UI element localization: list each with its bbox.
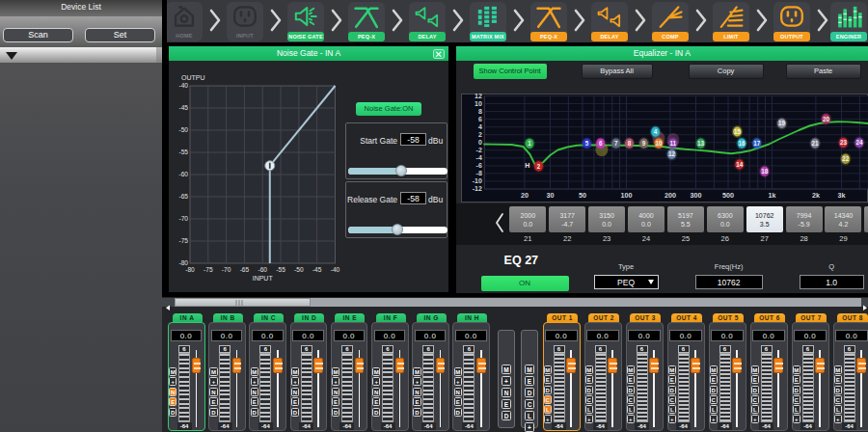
svg-text:100: 100 [620,191,632,200]
svg-text:13: 13 [697,140,704,147]
svg-text:-2: -2 [475,147,481,153]
svg-text:-4: -4 [475,154,481,161]
svg-text:19: 19 [778,120,785,126]
svg-text:-80: -80 [185,266,195,273]
svg-text:2: 2 [536,163,540,170]
svg-text:-40: -40 [178,82,188,89]
svg-text:H: H [525,162,529,169]
svg-text:-40: -40 [331,266,340,273]
svg-text:INPUT: INPUT [253,275,274,282]
svg-text:18: 18 [761,168,768,175]
svg-text:-65: -65 [178,193,188,200]
svg-text:8: 8 [627,140,631,147]
svg-text:30: 30 [546,191,554,200]
svg-text:20: 20 [822,116,828,122]
svg-text:200: 200 [664,191,675,200]
svg-text:-70: -70 [222,266,231,273]
svg-text:-55: -55 [178,148,188,155]
svg-text:300: 300 [690,191,701,200]
svg-text:1: 1 [528,140,531,147]
svg-text:11: 11 [669,140,676,147]
svg-text:-6: -6 [475,162,481,169]
svg-text:-50: -50 [294,266,304,273]
svg-text:10: 10 [475,100,482,107]
svg-text:4: 4 [478,123,482,130]
svg-text:20: 20 [520,191,528,200]
svg-text:16: 16 [738,140,745,147]
svg-text:-12: -12 [472,185,481,192]
svg-text:12: 12 [668,150,675,157]
svg-text:8: 8 [478,108,482,115]
svg-text:6: 6 [478,116,482,122]
svg-text:12: 12 [475,93,482,99]
svg-text:23: 23 [839,139,846,146]
svg-text:3k: 3k [837,191,845,200]
svg-text:50: 50 [579,191,586,200]
svg-text:-50: -50 [178,126,188,133]
svg-text:-65: -65 [240,266,250,273]
svg-text:7: 7 [614,140,618,147]
svg-text:9: 9 [641,140,645,147]
svg-text:-75: -75 [203,266,213,273]
svg-text:-45: -45 [312,266,322,273]
svg-text:0: 0 [478,139,482,146]
svg-text:-70: -70 [178,215,188,222]
svg-text:-60: -60 [258,266,267,273]
svg-text:24: 24 [855,139,862,146]
svg-text:2: 2 [478,131,482,138]
svg-text:1k: 1k [768,191,775,200]
svg-text:500: 500 [722,191,734,200]
svg-text:10: 10 [655,140,662,147]
svg-text:5: 5 [584,140,588,147]
svg-text:4: 4 [653,128,657,135]
svg-text:2k: 2k [811,191,819,200]
svg-text:22: 22 [842,155,849,162]
svg-text:14: 14 [736,161,743,168]
svg-text:-45: -45 [178,104,188,111]
svg-text:-60: -60 [178,171,188,177]
svg-text:15: 15 [733,128,740,135]
svg-text:-80: -80 [178,259,188,266]
svg-text:21: 21 [811,140,818,147]
svg-text:OUTPU: OUTPU [181,74,205,81]
svg-text:-8: -8 [475,170,481,176]
svg-text:6: 6 [599,140,603,147]
svg-text:-10: -10 [472,177,481,184]
svg-text:-75: -75 [178,237,188,244]
svg-text:-55: -55 [276,266,285,273]
svg-text:17: 17 [753,140,760,147]
